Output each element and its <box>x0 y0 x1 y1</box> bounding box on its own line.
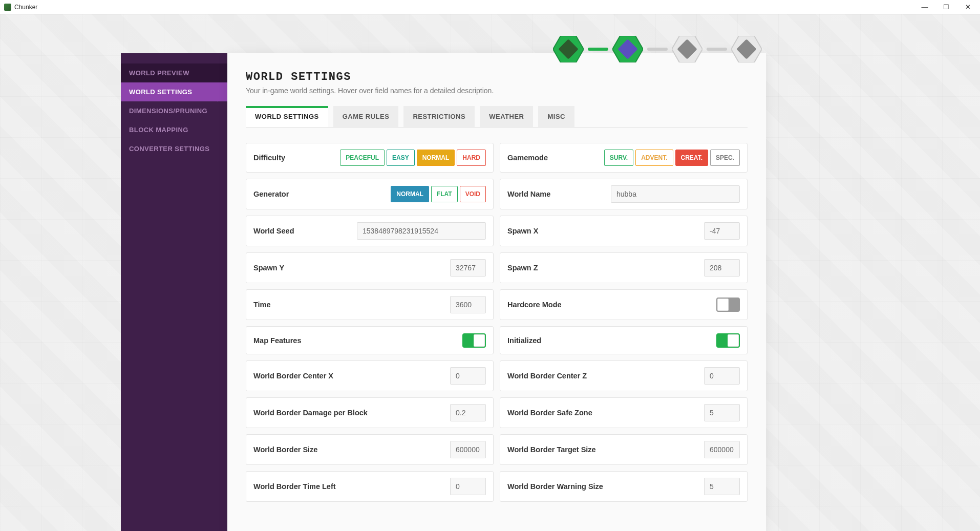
sidebar-item-world-settings[interactable]: WORLD SETTINGS <box>121 82 227 101</box>
difficulty-peaceful-button[interactable]: PEACEFUL <box>340 150 385 166</box>
setting-label: Time <box>253 301 271 309</box>
difficulty-hard-button[interactable]: HARD <box>457 150 486 166</box>
spawn-x-input[interactable] <box>704 222 740 240</box>
step-1-icon <box>553 36 584 62</box>
setting-label: Spawn Y <box>253 264 284 272</box>
setting-wb-size: World Border Size <box>246 434 494 465</box>
setting-spawn-z: Spawn Z <box>500 252 748 283</box>
map-features-toggle[interactable] <box>462 333 486 348</box>
gamemode-spectator-button[interactable]: SPEC. <box>710 150 740 166</box>
setting-hardcore: Hardcore Mode <box>500 289 748 320</box>
window-minimize-button[interactable]: — <box>914 1 935 13</box>
setting-wb-center-x: World Border Center X <box>246 360 494 391</box>
tab-misc[interactable]: MISC <box>538 106 574 127</box>
time-input[interactable] <box>450 296 486 313</box>
sidebar-item-converter-settings[interactable]: CONVERTER SETTINGS <box>121 139 227 158</box>
page-title: WORLD SETTINGS <box>246 71 748 83</box>
gamemode-adventure-button[interactable]: ADVENT. <box>635 150 673 166</box>
window-close-button[interactable]: ✕ <box>957 1 978 13</box>
wb-time-left-input[interactable] <box>450 478 486 495</box>
setting-wb-safe-zone: World Border Safe Zone <box>500 397 748 428</box>
main-panel: WORLD SETTINGS Your in-game world settin… <box>227 53 766 531</box>
initialized-toggle[interactable] <box>716 333 740 348</box>
setting-label: World Border Center Z <box>507 372 587 380</box>
setting-wb-time-left: World Border Time Left <box>246 471 494 502</box>
sidebar-item-dimensions-pruning[interactable]: DIMENSIONS/PRUNING <box>121 101 227 120</box>
setting-label: World Seed <box>253 227 294 235</box>
setting-label: World Border Target Size <box>507 445 596 454</box>
difficulty-normal-button[interactable]: NORMAL <box>417 150 455 166</box>
wb-safe-zone-input[interactable] <box>704 404 740 421</box>
generator-void-button[interactable]: VOID <box>460 186 486 202</box>
gamemode-survival-button[interactable]: SURV. <box>604 150 633 166</box>
tab-game-rules[interactable]: GAME RULES <box>333 106 399 127</box>
setting-generator: Generator NORMAL FLAT VOID <box>246 179 494 209</box>
setting-spawn-y: Spawn Y <box>246 252 494 283</box>
setting-gamemode: Gamemode SURV. ADVENT. CREAT. SPEC. <box>500 143 748 173</box>
setting-spawn-x: Spawn X <box>500 216 748 246</box>
window-maximize-button[interactable]: ☐ <box>936 1 956 13</box>
setting-label: Hardcore Mode <box>507 301 562 309</box>
setting-map-features: Map Features <box>246 326 494 354</box>
step-2-icon <box>612 36 643 62</box>
wb-warn-size-input[interactable] <box>704 478 740 495</box>
sidebar-item-block-mapping[interactable]: BLOCK MAPPING <box>121 120 227 139</box>
sidebar-item-world-preview[interactable]: WORLD PREVIEW <box>121 63 227 82</box>
setting-world-seed: World Seed <box>246 216 494 246</box>
spawn-z-input[interactable] <box>704 259 740 277</box>
generator-normal-button[interactable]: NORMAL <box>391 186 429 202</box>
world-name-input[interactable] <box>611 185 740 203</box>
setting-wb-target-size: World Border Target Size <box>500 434 748 465</box>
setting-label: Map Features <box>253 336 301 345</box>
setting-wb-center-z: World Border Center Z <box>500 360 748 391</box>
setting-label: Generator <box>253 190 289 198</box>
generator-flat-button[interactable]: FLAT <box>431 186 458 202</box>
setting-label: World Border Size <box>253 445 317 454</box>
setting-difficulty: Difficulty PEACEFUL EASY NORMAL HARD <box>246 143 494 173</box>
step-connector-1 <box>588 48 608 51</box>
setting-label: World Border Damage per Block <box>253 409 368 417</box>
window-title: Chunker <box>14 4 37 11</box>
tab-world-settings[interactable]: WORLD SETTINGS <box>246 106 328 127</box>
step-connector-3 <box>707 48 727 51</box>
app-icon <box>4 4 11 11</box>
wb-damage-input[interactable] <box>450 404 486 421</box>
titlebar: Chunker — ☐ ✕ <box>0 0 980 14</box>
wb-center-z-input[interactable] <box>704 367 740 385</box>
wb-size-input[interactable] <box>450 441 486 458</box>
setting-label: World Border Time Left <box>253 482 336 491</box>
setting-label: Spawn X <box>507 227 538 235</box>
difficulty-easy-button[interactable]: EASY <box>387 150 415 166</box>
step-4-icon <box>731 36 762 62</box>
setting-wb-damage: World Border Damage per Block <box>246 397 494 428</box>
setting-wb-warn-size: World Border Warning Size <box>500 471 748 502</box>
wb-target-size-input[interactable] <box>704 441 740 458</box>
gamemode-creative-button[interactable]: CREAT. <box>675 150 708 166</box>
settings-grid: Difficulty PEACEFUL EASY NORMAL HARD Gam… <box>246 143 748 502</box>
progress-stepper <box>553 36 762 62</box>
setting-initialized: Initialized <box>500 326 748 354</box>
page-subtitle: Your in-game world settings. Hover over … <box>246 87 748 95</box>
tab-restrictions[interactable]: RESTRICTIONS <box>403 106 475 127</box>
setting-label: Spawn Z <box>507 264 538 272</box>
wb-center-x-input[interactable] <box>450 367 486 385</box>
setting-label: World Name <box>507 190 550 198</box>
setting-label: Initialized <box>507 336 541 345</box>
tab-weather[interactable]: WEATHER <box>480 106 533 127</box>
setting-label: Gamemode <box>507 154 548 162</box>
setting-label: World Border Safe Zone <box>507 409 592 417</box>
sidebar: WORLD PREVIEW WORLD SETTINGS DIMENSIONS/… <box>121 53 227 531</box>
setting-label: Difficulty <box>253 154 285 162</box>
hardcore-toggle[interactable] <box>716 298 740 312</box>
setting-world-name: World Name <box>500 179 748 209</box>
world-seed-input[interactable] <box>357 222 486 240</box>
tabs: WORLD SETTINGS GAME RULES RESTRICTIONS W… <box>246 106 748 128</box>
setting-label: World Border Warning Size <box>507 482 603 491</box>
spawn-y-input[interactable] <box>450 259 486 277</box>
setting-time: Time <box>246 289 494 320</box>
step-connector-2 <box>647 48 668 51</box>
step-3-icon <box>672 36 702 62</box>
setting-label: World Border Center X <box>253 372 333 380</box>
